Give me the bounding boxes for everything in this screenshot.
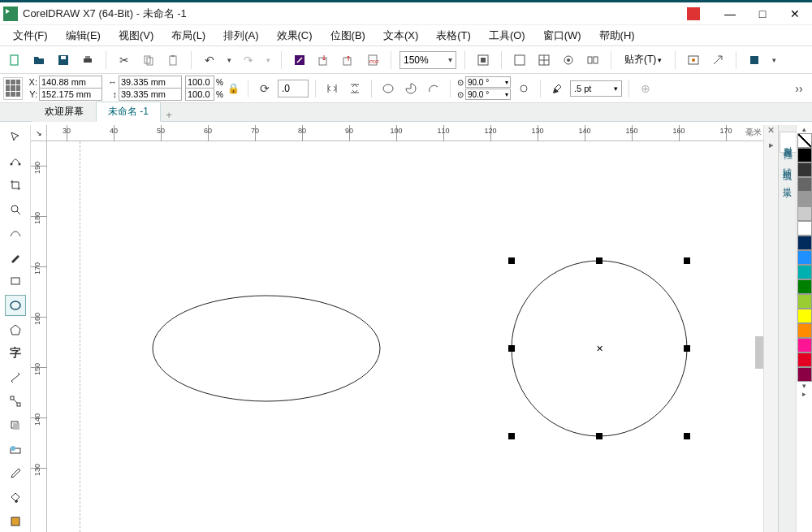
minimize-button[interactable]: — [719, 5, 741, 23]
start-angle-input[interactable]: 90.0 °▾ [465, 76, 511, 88]
add-tab-button[interactable]: + [161, 109, 177, 121]
artistic-media-tool[interactable] [5, 247, 26, 268]
scale-x-input[interactable] [185, 76, 214, 89]
color-swatch[interactable] [797, 236, 812, 250]
object-origin-grid[interactable] [3, 77, 23, 100]
menu-table[interactable]: 表格(T) [428, 27, 479, 45]
freehand-tool[interactable] [5, 223, 26, 244]
color-swatch[interactable] [797, 338, 812, 353]
vertical-ruler[interactable]: 190180170160150140130 [31, 141, 47, 532]
lock-ratio-button[interactable]: 🔒 [227, 83, 241, 94]
menu-effects[interactable]: 效果(C) [269, 27, 321, 45]
undo-button[interactable]: ↶ [200, 50, 219, 70]
close-button[interactable]: ✕ [784, 5, 806, 23]
outline-width-select[interactable]: .5 pt▾ [570, 80, 622, 97]
selection-handle-sw[interactable] [508, 433, 515, 439]
drawing-surface[interactable] [47, 141, 763, 532]
color-swatch[interactable] [797, 192, 812, 206]
color-swatch[interactable] [797, 367, 812, 382]
more-options-button[interactable]: ›› [789, 79, 809, 98]
zoom-select[interactable]: 150%▾ [400, 51, 456, 69]
swatch-none[interactable] [797, 133, 812, 148]
tab-welcome[interactable]: 欢迎屏幕 [32, 102, 96, 122]
color-swatch[interactable] [797, 206, 812, 221]
new-button[interactable] [5, 50, 24, 70]
parallel-dimension-tool[interactable] [5, 367, 26, 388]
docker-expand-button[interactable]: ▸ [764, 140, 778, 154]
selection-handle-nw[interactable] [508, 257, 515, 264]
selection-handle-ne[interactable] [684, 257, 690, 264]
snap-toggle-button[interactable] [583, 50, 603, 70]
polygon-tool[interactable] [5, 319, 26, 340]
redo-dropdown[interactable]: ▾ [263, 50, 273, 70]
docker-hints[interactable]: 提示 [780, 174, 795, 190]
export-button[interactable] [339, 50, 358, 70]
app-launcher-button[interactable] [745, 50, 764, 70]
eyedropper-tool[interactable] [5, 463, 26, 484]
color-swatch[interactable] [797, 309, 812, 323]
ruler-corner[interactable]: ↘ [31, 125, 47, 141]
color-swatch[interactable] [797, 162, 812, 177]
mirror-v-button[interactable] [345, 79, 365, 98]
horizontal-ruler[interactable]: 毫米 3040506070809010011012013014015016017… [47, 125, 763, 141]
palette-flyout[interactable]: ▸ [797, 390, 811, 398]
smart-fill-tool[interactable] [5, 512, 26, 533]
height-input[interactable] [119, 88, 182, 101]
color-swatch[interactable] [797, 279, 812, 294]
menu-arrange[interactable]: 排列(A) [215, 27, 266, 45]
show-grid-button[interactable] [534, 50, 554, 70]
search-button[interactable] [290, 50, 309, 70]
selection-handle-e[interactable] [684, 345, 690, 352]
launch-button[interactable] [708, 50, 728, 70]
menu-view[interactable]: 视图(V) [110, 27, 162, 45]
publish-pdf-button[interactable]: PDF [363, 50, 382, 70]
zoom-tool[interactable] [5, 199, 26, 220]
save-button[interactable] [54, 50, 73, 70]
ellipse-mode-button[interactable] [378, 79, 398, 98]
x-input[interactable] [39, 76, 102, 89]
tab-document[interactable]: 未命名 -1 [96, 102, 161, 122]
menu-layout[interactable]: 布局(L) [163, 27, 214, 45]
color-swatch[interactable] [797, 177, 812, 192]
docker-guidelines[interactable]: 辅助线 [780, 154, 795, 172]
to-front-button[interactable]: ⊕ [636, 79, 655, 98]
end-angle-input[interactable]: 90.0 °▾ [465, 89, 511, 100]
crop-tool[interactable] [5, 175, 26, 196]
scale-y-input[interactable] [185, 88, 214, 101]
copy-button[interactable] [139, 50, 158, 70]
arc-mode-button[interactable] [424, 79, 443, 98]
pick-tool[interactable] [5, 127, 26, 148]
import-button[interactable] [314, 50, 334, 70]
color-swatch[interactable] [797, 323, 812, 338]
mirror-h-button[interactable] [322, 79, 342, 98]
menu-window[interactable]: 窗口(W) [535, 27, 590, 45]
show-guides-button[interactable] [559, 50, 578, 70]
menu-text[interactable]: 文本(X) [375, 27, 426, 45]
pie-mode-button[interactable] [401, 79, 421, 98]
palette-scroll-up[interactable]: ▴ [797, 125, 811, 133]
fullscreen-button[interactable] [473, 50, 493, 70]
shape-tool[interactable] [5, 151, 26, 172]
print-button[interactable] [78, 50, 97, 70]
rotation-input[interactable] [278, 80, 309, 97]
menu-tools[interactable]: 工具(O) [481, 27, 533, 45]
color-swatch[interactable] [797, 353, 812, 367]
selection-handle-w[interactable] [508, 345, 515, 352]
swap-arc-button[interactable] [514, 79, 533, 98]
docker-close-button[interactable]: ✕ [764, 125, 778, 140]
cut-button[interactable]: ✂ [114, 50, 134, 70]
user-icon[interactable] [687, 7, 700, 20]
rectangle-tool[interactable] [5, 271, 26, 292]
canvas[interactable]: ✕ [47, 141, 763, 532]
connector-tool[interactable] [5, 391, 26, 413]
selection-center-marker[interactable]: ✕ [596, 344, 603, 354]
color-swatch[interactable] [797, 148, 812, 162]
selection-handle-se[interactable] [684, 433, 690, 439]
snap-menu[interactable]: 贴齐(T)▾ [620, 51, 667, 68]
docker-object-properties[interactable]: 对象属性 [780, 132, 796, 153]
options-button[interactable] [684, 50, 703, 70]
ellipse-tool[interactable] [5, 295, 26, 316]
redo-button[interactable]: ↷ [239, 50, 258, 70]
open-button[interactable] [29, 50, 49, 70]
menu-file[interactable]: 文件(F) [5, 27, 56, 45]
